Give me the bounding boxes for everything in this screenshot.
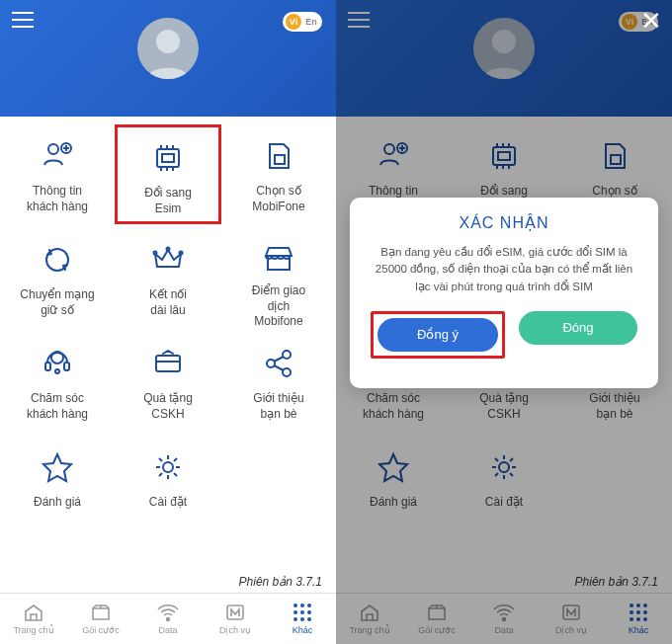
gear-icon (148, 447, 188, 487)
menu-label: Chăm sóc khách hàng (27, 391, 88, 422)
menu-label: Giới thiệu bạn bè (253, 391, 303, 422)
tab-data[interactable]: Data (134, 594, 202, 644)
menu-store[interactable]: Điểm giao dịch Mobifone (223, 226, 334, 330)
chip-icon (148, 138, 188, 178)
menu-label: Quà tặng CSKH (143, 391, 193, 422)
share-icon (259, 344, 298, 383)
tab-label: Khác (293, 625, 313, 635)
menu-label: Chuyển mạng giữ số (20, 287, 94, 318)
menu-connect[interactable]: Kết nối dài lâu (113, 226, 223, 330)
crown-icon (148, 240, 188, 280)
tab-label: Trang chủ (13, 625, 53, 635)
phone-left: Vi En Thông tin khách hàng Đổi sang Esim… (0, 0, 336, 644)
version-label: Phiên bản 3.7.1 (0, 569, 336, 593)
user-gear-icon (38, 136, 77, 176)
confirm-modal: XÁC NHẬN Bạn đang yêu cầu đổi eSIM, giá … (350, 198, 658, 388)
menu-settings[interactable]: Cài đặt (113, 434, 223, 537)
store-icon (259, 240, 298, 276)
lang-en[interactable]: En (303, 14, 319, 30)
box-icon (90, 603, 112, 622)
lang-vi[interactable]: Vi (286, 14, 301, 30)
menu-label: Chọn số MobiFone (252, 184, 304, 214)
confirm-highlight: Đồng ý (371, 311, 505, 359)
menu-care[interactable]: Chăm sóc khách hàng (2, 330, 113, 434)
headset-icon (38, 344, 77, 383)
language-toggle[interactable]: Vi En (283, 12, 322, 32)
gift-card-icon (148, 344, 188, 383)
m-icon (224, 603, 246, 622)
menu-label: Điểm giao dịch Mobifone (252, 283, 305, 330)
grid-dots-icon (292, 603, 313, 622)
menu-gift[interactable]: Quà tặng CSKH (113, 330, 223, 434)
svg-point-21 (156, 30, 180, 53)
tab-service[interactable]: Dịch vụ (202, 594, 269, 644)
tab-label: Gói cước (82, 625, 120, 635)
phone-right: Vi En Thông tin khách hàng Đổi sang Esim… (336, 0, 672, 644)
menu-label: Đổi sang Esim (144, 186, 192, 216)
tab-label: Dịch vụ (219, 625, 251, 635)
hamburger-icon[interactable] (12, 12, 34, 28)
tab-label: Data (158, 625, 177, 635)
menu-refer[interactable]: Giới thiệu bạn bè (223, 330, 334, 434)
tabbar: Trang chủ Gói cước Data Dịch vụ Khác (0, 593, 336, 644)
modal-actions: Đồng ý Đóng (368, 311, 640, 359)
modal-body: Bạn đang yêu cầu đổi eSIM, giá cước đổi … (368, 244, 640, 295)
home-icon (23, 603, 44, 622)
menu-label: Cài đặt (149, 495, 187, 511)
avatar[interactable] (137, 18, 199, 79)
menu-number[interactable]: Chọn số MobiFone (223, 122, 334, 226)
menu-grid: Thông tin khách hàng Đổi sang Esim Chọn … (0, 117, 336, 569)
menu-info[interactable]: Thông tin khách hàng (2, 122, 113, 226)
menu-rate[interactable]: Đánh giá (2, 434, 113, 537)
signal-icon (157, 603, 179, 622)
cancel-button[interactable]: Đóng (519, 311, 637, 345)
refresh-icon (38, 240, 77, 280)
menu-port[interactable]: Chuyển mạng giữ số (2, 226, 113, 330)
header: Vi En (0, 0, 336, 117)
confirm-button[interactable]: Đồng ý (378, 318, 498, 352)
sim-icon (259, 136, 298, 176)
menu-label: Đánh giá (34, 495, 81, 511)
menu-label: Thông tin khách hàng (27, 184, 88, 214)
star-icon (38, 447, 77, 487)
tab-plan[interactable]: Gói cước (67, 594, 134, 644)
modal-title: XÁC NHẬN (368, 213, 640, 232)
tab-other[interactable]: Khác (269, 594, 336, 644)
tab-home[interactable]: Trang chủ (0, 594, 67, 644)
menu-label: Kết nối dài lâu (149, 287, 187, 318)
close-icon[interactable]: ✕ (640, 6, 662, 37)
menu-esim[interactable]: Đổi sang Esim (115, 124, 221, 224)
